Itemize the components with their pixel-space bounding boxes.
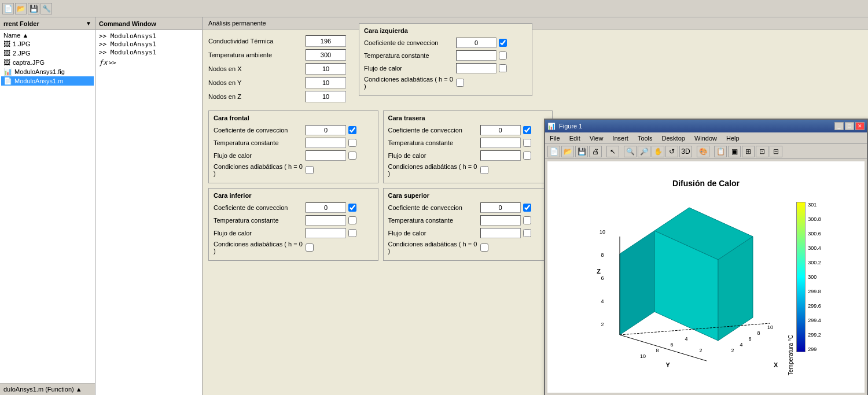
frontal-flujo-checkbox[interactable] — [348, 152, 356, 160]
superior-flujo-input[interactable] — [480, 228, 521, 238]
cmd-line-1: >> ModuloAnsys1 — [99, 32, 198, 40]
superior-adiab-checkbox[interactable] — [480, 243, 488, 252]
nodos-y-input[interactable] — [306, 77, 346, 88]
frontal-coef-checkbox[interactable] — [348, 126, 356, 134]
superior-temp-row: Temperatura constante — [388, 215, 548, 226]
nodos-x-label: Nodos en X — [208, 65, 301, 72]
conductividad-input[interactable] — [306, 35, 346, 47]
toolbar-cursor-icon[interactable]: ↖ — [606, 146, 619, 157]
izquierda-temp-input[interactable] — [456, 50, 496, 61]
figure-titlebar[interactable]: 📊 Figure 1 _ □ ✕ — [545, 120, 867, 132]
settings-icon[interactable]: 🔧 — [41, 3, 52, 14]
minimize-button[interactable]: _ — [834, 122, 844, 130]
toolbar-3d-icon[interactable]: 3D — [679, 146, 692, 157]
inferior-adiab-checkbox[interactable] — [306, 243, 314, 252]
trasera-coef-label: Coeficiente de conveccion — [388, 127, 478, 134]
frontal-temp-input[interactable] — [306, 138, 346, 148]
figure-plot-area[interactable]: Difusión de Calor Z Y X — [547, 161, 865, 393]
menu-help[interactable]: Help — [722, 134, 744, 143]
close-button[interactable]: ✕ — [855, 122, 865, 130]
trasera-temp-input[interactable] — [480, 138, 521, 148]
svg-text:8: 8 — [656, 348, 659, 353]
toolbar-open-icon[interactable]: 📂 — [561, 146, 574, 157]
frontal-temp-checkbox[interactable] — [348, 139, 356, 147]
toolbar-layout1-icon[interactable]: ▣ — [728, 146, 741, 157]
superior-temp-checkbox[interactable] — [523, 216, 531, 224]
cara-inferior-title: Cara inferior — [214, 192, 373, 199]
list-item[interactable]: 🖼 captra.JPG — [1, 58, 94, 67]
trasera-flujo-input[interactable] — [480, 150, 521, 161]
save-icon[interactable]: 💾 — [28, 3, 39, 14]
superior-temp-input[interactable] — [480, 215, 521, 226]
toolbar-zoom-out-icon[interactable]: 🔎 — [638, 146, 650, 157]
trasera-coef-checkbox[interactable] — [523, 126, 531, 134]
trasera-temp-checkbox[interactable] — [523, 139, 531, 147]
colorbar-label: 300.6 — [808, 231, 821, 237]
inferior-coef-checkbox[interactable] — [348, 204, 356, 212]
list-item[interactable]: 🖼 2.JPG — [1, 49, 94, 58]
frontal-coef-input[interactable] — [306, 125, 346, 135]
file-name: ModuloAnsys1.fig — [14, 68, 65, 75]
temperatura-input[interactable] — [306, 49, 346, 61]
menu-edit[interactable]: Edit — [565, 134, 585, 143]
menu-view[interactable]: View — [585, 134, 608, 143]
toolbar-layout4-icon[interactable]: ⊟ — [770, 146, 782, 157]
toolbar-copy-icon[interactable]: 📋 — [714, 146, 727, 157]
toolbar-layout2-icon[interactable]: ⊞ — [742, 146, 755, 157]
inferior-temp-input[interactable] — [306, 215, 346, 226]
toolbar-zoom-in-icon[interactable]: 🔍 — [624, 146, 637, 157]
frontal-adiab-checkbox[interactable] — [306, 166, 314, 174]
list-item[interactable]: 📊 ModuloAnsys1.fig — [1, 67, 94, 76]
menu-file[interactable]: File — [545, 134, 565, 143]
inferior-coef-input[interactable] — [306, 202, 346, 213]
izquierda-temp-label: Temperatura constante — [364, 52, 454, 59]
svg-marker-1 — [620, 231, 654, 335]
izquierda-temp-checkbox[interactable] — [499, 51, 507, 60]
nodos-z-input[interactable] — [306, 91, 346, 102]
izquierda-coef-input[interactable] — [456, 38, 496, 48]
izquierda-flujo-checkbox[interactable] — [499, 64, 507, 72]
trasera-flujo-checkbox[interactable] — [523, 152, 531, 160]
izquierda-flujo-input[interactable] — [456, 63, 496, 73]
izquierda-coef-checkbox[interactable] — [499, 39, 507, 47]
list-item-selected[interactable]: 📄 ModuloAnsys1.m — [1, 76, 94, 86]
list-item[interactable]: 🖼 1.JPG — [1, 39, 94, 49]
frontal-flujo-input[interactable] — [306, 150, 346, 161]
izquierda-temp-row: Temperatura constante — [364, 50, 527, 61]
frontal-adiab-row: Condiciones adiabáticas ( h = 0 ) — [214, 163, 373, 177]
toolbar-save-icon[interactable]: 💾 — [575, 146, 588, 157]
menu-insert[interactable]: Insert — [608, 134, 633, 143]
izquierda-adiab-checkbox[interactable] — [456, 79, 464, 87]
toolbar-rotate-icon[interactable]: ↺ — [665, 146, 678, 157]
jpg-icon: 🖼 — [3, 58, 10, 67]
open-icon[interactable]: 📂 — [15, 3, 27, 14]
new-icon[interactable]: 📄 — [2, 3, 14, 14]
trasera-coef-input[interactable] — [480, 125, 521, 135]
superior-flujo-checkbox[interactable] — [523, 229, 531, 237]
jpg-icon: 🖼 — [3, 40, 10, 48]
superior-coef-checkbox[interactable] — [523, 204, 531, 212]
command-prompt[interactable]: ƒx >> — [99, 58, 198, 67]
inferior-temp-checkbox[interactable] — [348, 216, 356, 224]
trasera-adiab-checkbox[interactable] — [480, 166, 488, 174]
cara-frontal-section: Cara frontal Coeficiente de conveccion T… — [208, 110, 378, 183]
command-window-content[interactable]: >> ModuloAnsys1 >> ModuloAnsys1 >> Modul… — [95, 30, 202, 395]
maximize-button[interactable]: □ — [845, 122, 854, 130]
menu-tools[interactable]: Tools — [633, 134, 657, 143]
file-panel-collapse-icon[interactable]: ▼ — [86, 20, 91, 27]
analysis-panel: Análisis permanente Conductividad Térmic… — [203, 17, 868, 395]
inferior-flujo-input[interactable] — [306, 228, 346, 238]
trasera-adiab-row: Condiciones adiabáticas ( h = 0 ) — [388, 163, 548, 177]
toolbar-layout3-icon[interactable]: ⊡ — [756, 146, 768, 157]
menu-window[interactable]: Window — [690, 134, 722, 143]
nodos-x-input[interactable] — [306, 63, 346, 75]
toolbar-color-icon[interactable]: 🎨 — [697, 146, 709, 157]
superior-coef-input[interactable] — [480, 202, 521, 213]
toolbar-print-icon[interactable]: 🖨 — [589, 146, 602, 157]
izquierda-adiab-row: Condiciones adiabáticas ( h = 0 ) — [364, 76, 527, 90]
toolbar-new-icon[interactable]: 📄 — [547, 146, 560, 157]
inferior-flujo-checkbox[interactable] — [348, 229, 356, 237]
cara-trasera-section: Cara trasera Coeficiente de conveccion T… — [383, 110, 553, 183]
toolbar-pan-icon[interactable]: ✋ — [652, 146, 664, 157]
menu-desktop[interactable]: Desktop — [657, 134, 690, 143]
